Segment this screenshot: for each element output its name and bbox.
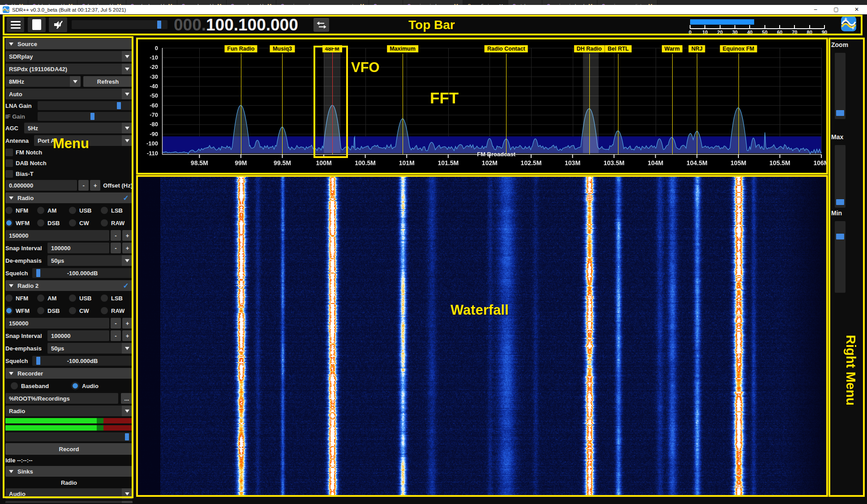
volume-slider-handle[interactable] [157,21,161,29]
menu-toggle-button[interactable] [7,17,24,32]
editor-tab-main-window-h[interactable]: Cmain_window.hM [542,0,597,5]
deemphasis-dropdown[interactable]: 50µs [47,255,133,266]
editor-tab-style-cpp[interactable]: Cstyle.cpp [508,0,543,5]
antenna-dropdown[interactable]: Port A [34,135,133,146]
browse-button[interactable]: ... [121,393,133,404]
source-device-dropdown[interactable]: RSPdx (191106DA42) [5,64,133,74]
editor-tab-am-demod-h[interactable]: Cam_demod.hM [227,0,277,5]
snap-interval-input[interactable]: 100000 - + [47,243,133,253]
section-header-source[interactable]: Source [5,38,133,49]
mode-baseband[interactable]: Baseband [11,382,72,389]
recordings-path-input[interactable]: %ROOT%/Recordings [5,393,118,404]
squelch-slider[interactable]: -100.000dB [32,356,133,366]
lna-gain-handle[interactable] [117,102,121,109]
decrement-button[interactable]: - [111,243,121,253]
section-header-recorder[interactable]: Recorder [5,368,133,379]
section-header-radio[interactable]: Radio ✓ [5,192,133,203]
close-button[interactable]: ✕ [846,5,867,14]
refresh-button[interactable]: Refresh [83,76,133,87]
decrement-button[interactable]: - [111,318,121,329]
editor-tab-usb-demod-h[interactable]: Cusb_demod.hM [126,0,177,5]
editor-tab-main-cpp[interactable]: Cmain.cppradio\...M [597,0,657,5]
waterfall-canvas[interactable] [137,176,827,496]
mode-dsb[interactable]: DSB [37,219,69,226]
editor-tab-lsb-demod-h[interactable]: Clsb_demod.hM [28,0,77,5]
bandwidth-dropdown[interactable]: 8MHz [5,76,81,87]
mode-raw[interactable]: RAW [101,219,133,226]
mode-wfm[interactable]: WFM [5,219,37,226]
mode-lsb[interactable]: LSB [101,295,133,302]
mode-wfm[interactable]: WFM [5,307,37,314]
stop-button[interactable] [28,17,46,32]
mode-usb[interactable]: USB [69,207,101,214]
lna-gain-slider[interactable] [38,101,133,110]
mode-dsb[interactable]: DSB [37,307,69,314]
frequency-display[interactable]: 000.100.100.000 [174,15,298,35]
offset-input[interactable]: 0.000000 - + [5,180,100,191]
mode-cw[interactable]: CW [69,219,101,226]
deemphasis-dropdown[interactable]: 50µs [47,343,133,354]
if-gain-slider[interactable] [38,112,133,121]
max-slider[interactable] [835,145,846,208]
decrement-button[interactable]: - [111,330,121,341]
min-slider[interactable] [835,221,846,293]
source-driver-dropdown[interactable]: SDRplay [5,51,133,62]
editor-tab-main-window-cpp[interactable]: Cmain_window.cppM [403,0,463,5]
zoom-slider-handle[interactable] [836,110,844,116]
increment-button[interactable]: + [122,318,133,329]
volume-slider[interactable] [72,20,167,29]
increment-button[interactable]: + [122,243,133,253]
fm-notch-checkbox[interactable] [5,149,13,156]
increment-button[interactable]: + [122,230,133,241]
mode-nfm[interactable]: NFM [5,295,37,302]
if-mode-dropdown[interactable]: Auto [5,89,133,99]
editor-tab-config-json[interactable]: {}config.json✕ [463,0,508,5]
fft-canvas[interactable] [137,38,827,174]
editor-tab-core-cpp[interactable]: Ccore.cpp [369,0,403,5]
editor-tab-main-cpp[interactable]: Cmain.cppfrequency_manager\...M [276,0,369,5]
mode-am[interactable]: AM [37,295,69,302]
mode-lsb[interactable]: LSB [101,207,133,214]
squelch-slider[interactable]: -100.000dB [32,268,133,278]
dab-notch-checkbox[interactable] [5,159,13,167]
min-slider-handle[interactable] [836,234,844,239]
maximize-button[interactable]: ▢ [826,5,846,14]
snap-interval-input[interactable]: 100000 - + [47,330,133,341]
offset-value[interactable]: 0.000000 [5,180,77,191]
mode-usb[interactable]: USB [69,295,101,302]
decrement-button[interactable]: - [78,180,89,191]
squelch-handle[interactable] [36,269,40,277]
retune-swap-button[interactable] [313,18,329,32]
record-button[interactable]: Record [5,443,133,455]
section-header-sinks[interactable]: Sinks [5,466,133,477]
recorder-volume-slider[interactable] [5,432,133,441]
bias-t-checkbox[interactable] [5,170,13,178]
sink-device-dropdown[interactable]: Speakers (Realtek High Definition Audio) [5,501,133,503]
mode-nfm[interactable]: NFM [5,207,37,214]
mode-raw[interactable]: RAW [101,307,133,314]
editor-tab-fm-demod-h[interactable]: Cfm_demod.hM [77,0,126,5]
module-enabled-checkmark[interactable]: ✓ [123,282,129,290]
mode-am[interactable]: AM [37,207,69,214]
editor-tab-d-h[interactable]: Cd.hM [0,0,28,5]
radio2-bandwidth-input[interactable]: 150000 - + [5,318,133,329]
increment-button[interactable]: + [90,180,100,191]
recorder-volume-handle[interactable] [125,433,129,440]
agc-dropdown[interactable]: 5Hz [24,123,133,133]
editor-tab-bar[interactable]: Cd.hMClsb_demod.hMCfm_demod.hMCusb_demod… [0,0,867,5]
max-slider-handle[interactable] [836,199,844,205]
mute-button[interactable] [49,17,67,32]
module-enabled-checkmark[interactable]: ✓ [123,194,129,202]
mode-cw[interactable]: CW [69,307,101,314]
sink-type-dropdown[interactable]: Audio [5,488,133,499]
if-gain-handle[interactable] [90,113,94,120]
mode-audio[interactable]: Audio [72,382,133,389]
squelch-handle[interactable] [36,357,40,365]
minimize-button[interactable]: – [805,5,826,14]
increment-button[interactable]: + [122,330,133,341]
section-header-radio2[interactable]: Radio 2 ✓ [5,280,133,291]
editor-tab-cw-demod-h[interactable]: Ccw_demod.hM [177,0,227,5]
decrement-button[interactable]: - [111,230,121,241]
radio-bandwidth-input[interactable]: 150000 - + [5,230,133,241]
recorder-stream-dropdown[interactable]: Radio [5,406,133,416]
